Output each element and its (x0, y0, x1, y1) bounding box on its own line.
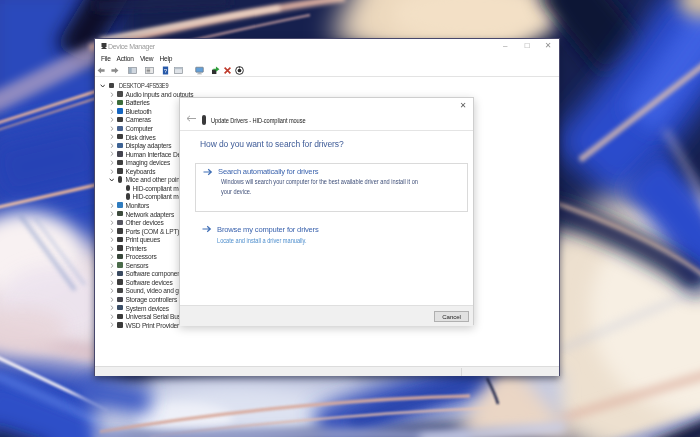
svg-text:?: ? (164, 66, 168, 73)
